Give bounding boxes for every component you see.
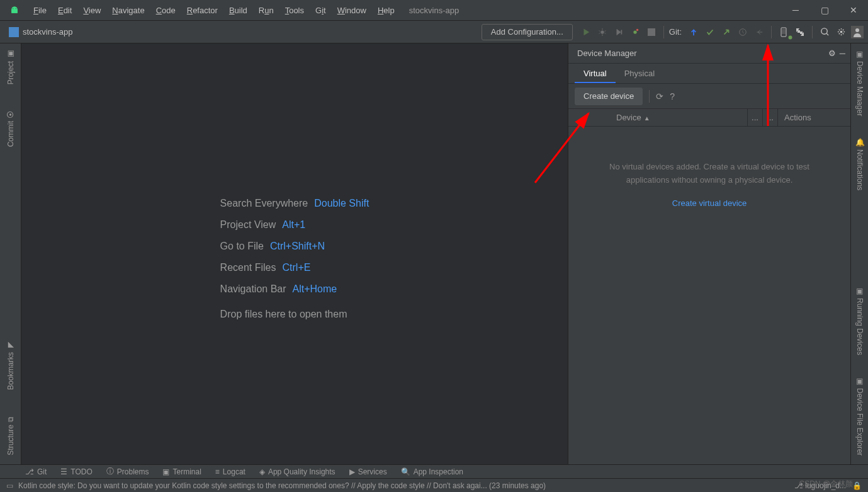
tab-virtual[interactable]: Virtual xyxy=(575,64,616,83)
right-tool-gutter: ▣ Device Manager 🔔 Notifications ▣ Runni… xyxy=(850,43,868,464)
hint-drop-files: Drop files here to open them xyxy=(220,309,369,320)
col-device[interactable]: Device xyxy=(616,113,641,122)
git-rollback-button[interactable] xyxy=(751,25,767,39)
bottom-tool-bar: ⎇ Git ☰ TODO ⓘ Problems ▣ Terminal ≡ Log… xyxy=(0,464,868,478)
device-file-explorer-tool-tab[interactable]: ▣ Device File Explorer xyxy=(855,374,864,458)
help-icon[interactable]: ? xyxy=(670,91,675,101)
svg-rect-6 xyxy=(648,28,655,36)
status-message[interactable]: Kotlin code style: Do you want to update… xyxy=(18,481,546,490)
editor-empty-area: Search EverywhereDouble Shift Project Vi… xyxy=(21,43,568,464)
project-name[interactable]: stockvins-app xyxy=(23,27,72,37)
menu-run[interactable]: Run xyxy=(253,0,279,21)
menu-file[interactable]: File xyxy=(28,0,52,21)
svg-point-4 xyxy=(633,30,636,33)
sort-asc-icon: ▲ xyxy=(644,115,650,122)
left-tool-gutter: Project ▣ Commit ⦿ Bookmarks ◥ Structure… xyxy=(0,43,21,464)
hint-nav-bar: Navigation BarAlt+Home xyxy=(220,283,369,295)
logcat-tool-tab[interactable]: ≡ Logcat xyxy=(215,467,245,476)
stop-button[interactable] xyxy=(643,25,660,39)
minimize-button[interactable]: ─ xyxy=(781,0,810,21)
git-history-button[interactable] xyxy=(735,25,751,39)
run-config-dropdown[interactable]: Add Configuration... xyxy=(482,24,573,40)
menu-edit[interactable]: Edit xyxy=(52,0,77,21)
status-message-icon[interactable]: ▭ xyxy=(6,481,13,490)
svg-point-3 xyxy=(600,30,604,33)
window-project-title: stockvins-app xyxy=(409,6,459,15)
svg-point-1 xyxy=(13,8,13,9)
running-devices-tool-tab[interactable]: ▣ Running Devices xyxy=(855,284,864,358)
svg-point-12 xyxy=(840,31,842,33)
svg-point-14 xyxy=(855,28,859,32)
menu-build[interactable]: Build xyxy=(223,0,253,21)
git-update-button[interactable] xyxy=(685,25,702,39)
svg-point-11 xyxy=(821,28,826,34)
todo-tool-tab[interactable]: ☰ TODO xyxy=(60,467,92,476)
services-tool-tab[interactable]: ▶ Services xyxy=(349,467,387,476)
user-avatar[interactable] xyxy=(849,25,865,39)
col-size[interactable]: ... xyxy=(762,109,777,126)
col-api[interactable]: ... xyxy=(747,109,762,126)
svg-rect-0 xyxy=(12,9,18,13)
sync-project-button[interactable] xyxy=(792,25,808,39)
debug-button[interactable] xyxy=(594,25,611,39)
close-button[interactable]: ✕ xyxy=(839,0,868,21)
menu-code[interactable]: Code xyxy=(150,0,181,21)
run-button[interactable] xyxy=(578,25,594,39)
hint-go-to-file: Go to FileCtrl+Shift+N xyxy=(220,241,369,252)
hint-search-everywhere: Search EverywhereDouble Shift xyxy=(220,198,369,209)
project-tool-tab[interactable]: Project ▣ xyxy=(6,47,15,87)
git-commit-button[interactable] xyxy=(702,25,718,39)
create-device-button[interactable]: Create device xyxy=(575,88,643,105)
app-inspection-tool-tab[interactable]: 🔍 App Inspection xyxy=(401,467,463,476)
svg-point-5 xyxy=(636,28,639,31)
col-actions: Actions xyxy=(777,109,850,126)
device-manager-hide-icon[interactable]: ─ xyxy=(840,49,845,58)
status-bar: ▭ Kotlin code style: Do you want to upda… xyxy=(0,478,868,492)
search-everywhere-button[interactable] xyxy=(816,25,833,39)
device-manager-title: Device Manager xyxy=(577,49,637,58)
menu-refactor[interactable]: Refactor xyxy=(181,0,223,21)
create-virtual-device-link[interactable]: Create virtual device xyxy=(672,198,747,208)
menu-help[interactable]: Help xyxy=(372,0,400,21)
menu-tools[interactable]: Tools xyxy=(279,0,310,21)
coverage-button[interactable] xyxy=(611,25,627,39)
app-quality-tool-tab[interactable]: ◈ App Quality Insights xyxy=(259,467,335,476)
project-folder-icon xyxy=(9,27,19,37)
svg-point-2 xyxy=(16,8,16,9)
refresh-icon[interactable]: ⟳ xyxy=(656,91,663,101)
profiler-button[interactable] xyxy=(627,25,643,39)
bookmarks-tool-tab[interactable]: Bookmarks ◥ xyxy=(6,338,15,392)
hint-recent-files: Recent FilesCtrl+E xyxy=(220,262,369,273)
tab-physical[interactable]: Physical xyxy=(616,64,663,83)
git-push-button[interactable] xyxy=(718,25,735,39)
structure-tool-tab[interactable]: Structure ⧉ xyxy=(6,414,15,458)
hint-project-view: Project ViewAlt+1 xyxy=(220,219,369,231)
titlebar: File Edit View Navigate Code Refactor Bu… xyxy=(0,0,868,21)
maximize-button[interactable]: ▢ xyxy=(810,0,839,21)
menu-view[interactable]: View xyxy=(77,0,106,21)
device-table-header: Device▲ ... ... Actions xyxy=(568,109,850,127)
notifications-tool-tab[interactable]: 🔔 Notifications xyxy=(855,135,864,193)
device-manager-settings-icon[interactable]: ⚙ xyxy=(828,49,836,58)
android-icon xyxy=(6,2,23,18)
menu-navigate[interactable]: Navigate xyxy=(106,0,150,21)
empty-devices-message: No virtual devices added. Create a virtu… xyxy=(596,161,823,187)
problems-tool-tab[interactable]: ⓘ Problems xyxy=(106,466,149,477)
svg-rect-9 xyxy=(782,29,786,34)
device-manager-button[interactable] xyxy=(775,25,792,39)
device-manager-panel: Device Manager ⚙ ─ Virtual Physical Crea… xyxy=(568,43,850,464)
git-label: Git: xyxy=(669,27,682,37)
commit-tool-tab[interactable]: Commit ⦿ xyxy=(6,108,15,149)
settings-button[interactable] xyxy=(833,25,849,39)
terminal-tool-tab[interactable]: ▣ Terminal xyxy=(162,467,201,476)
menu-window[interactable]: Window xyxy=(332,0,372,21)
git-tool-tab[interactable]: ⎇ Git xyxy=(25,467,47,476)
git-branch-label[interactable]: ⎇ luguojin_d... xyxy=(794,481,846,490)
lock-icon[interactable]: 🔒 xyxy=(852,481,862,490)
device-manager-tool-tab[interactable]: ▣ Device Manager xyxy=(855,47,864,118)
menu-git[interactable]: Git xyxy=(310,0,332,21)
main-menu-bar: File Edit View Navigate Code Refactor Bu… xyxy=(28,0,400,21)
navbar-toolbar: stockvins-app Add Configuration... Git: xyxy=(0,21,868,43)
